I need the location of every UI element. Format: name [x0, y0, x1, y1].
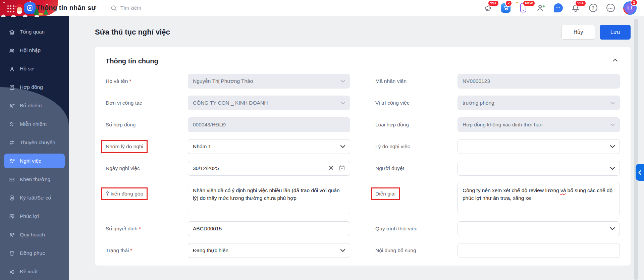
sidebar-item-label: Khen thưởng: [20, 176, 50, 182]
app-grid-icon[interactable]: [7, 5, 15, 13]
main-content: Sửa thủ tục nghỉ việc Hủy Lưu Thông tin …: [69, 16, 644, 280]
home-icon: [9, 29, 15, 35]
shirt-icon: [9, 250, 15, 257]
sidebar-item-dong-phuc[interactable]: Đồng phục: [4, 246, 65, 261]
sidebar-item-de-xuat[interactable]: Đề xuất: [4, 264, 65, 279]
person-add-icon: [536, 3, 545, 12]
chevron-down-icon: [340, 145, 345, 148]
sidebar-item-label: Quy hoạch: [20, 232, 45, 238]
field-value: Công ty nên xem xét chế độ review lương …: [463, 186, 615, 202]
form-left-column: Họ và tên* Nguyễn Thị Phương Thảo Đơn vị…: [106, 74, 350, 265]
sidebar-item-label: Bổ nhiệm: [20, 103, 42, 109]
field-value: Nhóm 1: [193, 144, 211, 150]
avatar-badge: 1: [631, 0, 638, 6]
ly-do-nghi-viec-select[interactable]: [458, 139, 620, 154]
field-label-dien-giai: Diễn giải: [375, 183, 458, 200]
sidebar-item-ho-so[interactable]: Hồ sơ: [4, 61, 65, 76]
sidebar: Tổng quan Hội nhập Hồ sơ Hợp đồng Bổ nhi…: [0, 16, 69, 280]
user-avatar[interactable]: L1 1: [623, 1, 637, 15]
global-search[interactable]: Tìm kiếm: [110, 5, 141, 11]
help-button[interactable]: ?: [588, 3, 598, 13]
sidebar-item-nghi-viec[interactable]: Nghỉ việc: [4, 154, 65, 168]
ho-va-ten-select[interactable]: Nguyễn Thị Phương Thảo: [188, 74, 350, 89]
topbar-actions: 99+ 2 ✦ New ··· 99+ ? ⋯ L1: [484, 1, 644, 15]
question-icon: ?: [589, 4, 597, 12]
cancel-button[interactable]: Hủy: [561, 25, 595, 40]
clear-date-icon[interactable]: [329, 165, 333, 171]
ma-nhan-vien-input[interactable]: NV0000123: [458, 74, 620, 89]
sidebar-item-label: Thuyên chuyển: [20, 139, 55, 146]
noi-dung-bo-sung-input[interactable]: [458, 243, 620, 258]
field-value: CÔNG TY CON _ KINH DOANH: [193, 100, 268, 106]
benefit-doc-icon: [9, 213, 15, 220]
calendar-icon[interactable]: [339, 165, 345, 172]
sidebar-item-mien-nhiem[interactable]: Miễn nhiệm: [4, 117, 65, 131]
field-value: Nguyễn Thị Phương Thảo: [193, 78, 253, 84]
messenger-button[interactable]: ···: [553, 3, 563, 13]
sidebar-item-ky-luat[interactable]: Kỷ luật/Sự cố: [4, 190, 65, 205]
sidebar-item-quy-hoach[interactable]: Quy hoạch: [4, 227, 65, 242]
mobile-new-badge: New: [523, 0, 535, 7]
ngay-nghi-viec-datepicker[interactable]: 30/12/2025: [188, 161, 350, 176]
trang-thai-select[interactable]: Đang thực hiện: [188, 243, 350, 258]
vi-tri-cong-viec-select[interactable]: trưởng phòng: [458, 96, 620, 110]
nhom-ly-do-nghi-select[interactable]: Nhóm 1: [188, 139, 350, 154]
more-button[interactable]: ⋯: [606, 3, 615, 13]
field-label-ly-do-nghi-viec: Lý do nghỉ việc: [375, 144, 458, 150]
field-label-nguoi-duyet: Người duyệt: [375, 165, 458, 171]
field-label-ho-va-ten: Họ và tên*: [106, 78, 188, 84]
dien-giai-textarea[interactable]: Công ty nên xem xét chế độ review lương …: [458, 183, 620, 214]
sidebar-item-label: Miễn nhiệm: [20, 121, 47, 127]
don-vi-cong-tac-select[interactable]: CÔNG TY CON _ KINH DOANH: [188, 96, 350, 110]
field-label-trang-thai: Trạng thái*: [106, 247, 188, 254]
sidebar-item-phuc-loi[interactable]: Phúc lợi: [4, 209, 65, 224]
collapse-panel-tab[interactable]: [636, 164, 644, 181]
field-label-nhom-ly-do-nghi: Nhóm lý do nghỉ: [106, 140, 188, 153]
announcements-button[interactable]: 99+: [484, 3, 493, 13]
swap-arrows-icon: [9, 139, 15, 146]
field-label-so-quyet-dinh: Số quyết định*: [106, 226, 188, 232]
chat-dots: ···: [556, 5, 561, 10]
so-quyet-dinh-input[interactable]: ABCD00015: [188, 221, 350, 236]
sidebar-item-tong-quan[interactable]: Tổng quan: [4, 24, 65, 39]
spellcheck-underline: và: [560, 187, 566, 193]
document-icon: [9, 84, 15, 91]
group-icon: [9, 47, 15, 54]
store-button[interactable]: 2: [501, 3, 511, 13]
sidebar-item-label: Hợp đồng: [20, 84, 43, 90]
person-icon: [9, 66, 15, 72]
so-hop-dong-input[interactable]: 000043/HĐLĐ: [188, 117, 350, 132]
person-plus-icon: [9, 103, 15, 109]
form-right-column: Mã nhân viên NV0000123 Vị trí công việc …: [375, 74, 620, 265]
collapse-section-button[interactable]: [610, 56, 620, 66]
nguoi-duyet-select[interactable]: [458, 161, 620, 176]
sidebar-item-label: Phúc lợi: [20, 213, 39, 219]
quy-trinh-thoi-viec-select[interactable]: [458, 221, 620, 236]
field-label-ma-nhan-vien: Mã nhân viên: [375, 78, 458, 84]
general-info-card: Thông tin chung Họ và tên* Nguyễn Thị Ph…: [95, 47, 631, 266]
search-placeholder: Tìm kiếm: [120, 5, 141, 11]
chevron-left-icon: [638, 170, 642, 175]
scrollbar[interactable]: [634, 19, 638, 280]
shield-x-icon: [9, 195, 15, 201]
sidebar-item-bo-nhiem[interactable]: Bổ nhiệm: [4, 98, 65, 113]
person-x-icon: [9, 158, 15, 164]
sidebar-item-hop-dong[interactable]: Hợp đồng: [4, 80, 65, 95]
red-highlight-box: Ý kiến đóng góp: [101, 187, 148, 200]
field-value: 000043/HĐLĐ: [193, 122, 226, 128]
sidebar-item-hoi-nhap[interactable]: Hội nhập: [4, 43, 65, 58]
notifications-badge: 99+: [575, 0, 586, 7]
field-label-noi-dung-bo-sung: Nội dung bổ sung: [375, 247, 458, 254]
notifications-button[interactable]: 99+: [571, 3, 580, 13]
save-button[interactable]: Lưu: [600, 25, 631, 40]
sidebar-item-khen-thuong[interactable]: Khen thưởng: [4, 172, 65, 187]
loai-hop-dong-select[interactable]: Hợp đồng không xác định thời hạn: [458, 117, 620, 132]
sidebar-item-label: Nghỉ việc: [20, 158, 41, 164]
mobile-app-button[interactable]: ✦ New: [519, 3, 528, 13]
add-user-button[interactable]: [536, 3, 545, 13]
y-kien-dong-gop-textarea[interactable]: Nhân viên đã có ý định nghỉ việc nhiều l…: [188, 183, 350, 214]
field-label-ngay-nghi-viec: Ngày nghỉ việc: [106, 165, 188, 171]
sidebar-item-label: Đề xuất: [20, 269, 38, 275]
sidebar-item-thuyen-chuyen[interactable]: Thuyên chuyển: [4, 135, 65, 150]
sidebar-item-label: Tổng quan: [20, 29, 45, 35]
